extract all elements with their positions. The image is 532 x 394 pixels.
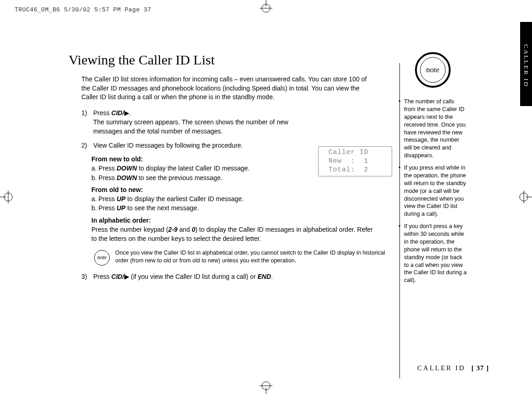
- inline-note-text: Once you view the Caller ID list in alph…: [115, 249, 389, 265]
- key-up: UP: [117, 204, 125, 212]
- page-footer: CALLER ID [ 37 ]: [417, 364, 489, 372]
- print-header-strip: TRUC46_OM_B6 5/30/02 5:57 PM Page 37: [15, 6, 151, 13]
- key-down: DOWN: [117, 174, 137, 181]
- key-range: 2-9: [168, 226, 177, 233]
- side-note-3: If you don't press a key within 30 secon…: [399, 223, 467, 284]
- lcd-display: Caller ID New : 1 Total: 2: [318, 146, 392, 176]
- step-3-number: 3): [81, 272, 91, 281]
- side-note-1: The number of calls from the same Caller…: [399, 98, 467, 160]
- note-icon-large: note: [415, 52, 451, 88]
- key-cid: CID/: [112, 109, 124, 117]
- subsection-alpha: In alphabetic order: Press the number ke…: [91, 216, 389, 244]
- triangle-icon: ▶: [124, 273, 129, 280]
- line-otn-b: b. Press UP to see the next message.: [91, 203, 389, 213]
- side-notes-list: The number of calls from the same Caller…: [399, 98, 467, 284]
- heading-alpha: In alphabetic order:: [91, 216, 389, 225]
- step-1-body: Press CID/▶. The summary screen appears.…: [93, 108, 299, 136]
- step-2-number: 2): [81, 141, 91, 150]
- inline-note: note Once you view the Caller ID list in…: [94, 249, 389, 266]
- key-up: UP: [117, 195, 125, 202]
- note-icon: note: [94, 250, 110, 266]
- side-note-2: If you press end while in the operation,…: [399, 164, 467, 218]
- page-body: Viewing the Caller ID List The Caller ID…: [0, 18, 532, 394]
- page-title: Viewing the Caller ID List: [69, 52, 389, 68]
- key-down: DOWN: [117, 165, 137, 172]
- steps-block: 1) Press CID/▶. The summary screen appea…: [81, 108, 389, 281]
- footer-section: CALLER ID: [417, 364, 465, 372]
- footer-page-number: [ 37 ]: [472, 364, 489, 372]
- heading-old-to-new: From old to new:: [91, 185, 389, 194]
- intro-paragraph: The Caller ID list stores information fo…: [81, 75, 374, 102]
- triangle-icon: ▶: [124, 109, 129, 117]
- crop-mark-top: [258, 0, 274, 16]
- side-column: note The number of calls from the same C…: [399, 52, 467, 289]
- note-icon-inner: note: [420, 57, 446, 83]
- key-cid: CID/: [112, 273, 124, 280]
- line-otn-a: a. Press UP to display the earliest Call…: [91, 194, 389, 203]
- step-1: 1) Press CID/▶. The summary screen appea…: [81, 108, 389, 136]
- subsection-old-to-new: From old to new: a. Press UP to display …: [91, 185, 389, 213]
- key-end: END: [257, 273, 271, 280]
- step-1-number: 1): [81, 108, 91, 117]
- step-3: 3) Press CID/▶ (if you view the Caller I…: [81, 272, 389, 281]
- line-alpha: Press the number keypad (2-9 and 0) to d…: [91, 225, 375, 244]
- step-3-body: Press CID/▶ (if you view the Caller ID l…: [93, 272, 386, 281]
